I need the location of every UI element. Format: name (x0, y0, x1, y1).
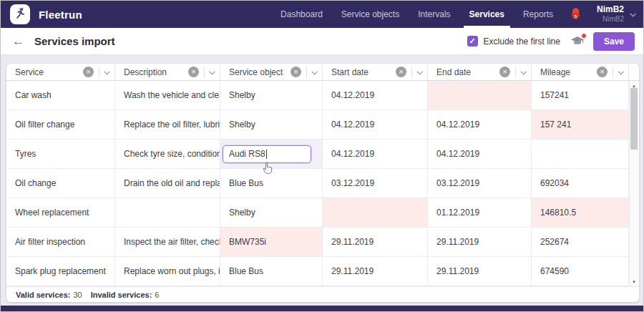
cell-mileage[interactable]: 146810.5 (532, 198, 629, 227)
cell-mileage[interactable]: 674590 (532, 257, 629, 286)
import-table-card: Service × Description × Service object ×… (6, 64, 639, 302)
column-header-service: Service × (6, 64, 115, 80)
clear-column-icon[interactable]: × (291, 67, 301, 77)
user-name: NimB2 (597, 5, 624, 15)
cell-service[interactable]: Air filter inspection (6, 228, 115, 256)
column-header-start-date: Start date × (323, 64, 428, 80)
scrollbar-thumb[interactable] (630, 88, 638, 150)
cell-service-object[interactable]: Shelby (220, 110, 323, 139)
column-header-end-date: End date × (428, 64, 532, 80)
app-logo[interactable] (10, 4, 30, 24)
cell-mileage[interactable] (532, 140, 629, 168)
cell-service[interactable]: Wheel replacement (6, 198, 115, 227)
cell-start-date[interactable]: 04.12.2019 (323, 140, 428, 168)
cell-description[interactable] (115, 198, 220, 227)
page-title: Services import (34, 35, 115, 47)
vertical-scrollbar[interactable]: ▲ ▼ (629, 82, 638, 286)
cell-service[interactable]: Car wash (6, 81, 115, 109)
runner-icon (14, 7, 26, 22)
column-dropdown-icon[interactable] (618, 69, 623, 74)
cell-end-date[interactable]: 29.11.2019 (428, 257, 532, 286)
cell-start-date[interactable]: 03.12.2019 (323, 169, 428, 198)
cell-description[interactable]: Wash the vehicle and clean th... (115, 81, 220, 109)
cell-start-date[interactable]: 04.12.2019 (323, 81, 428, 109)
clear-column-icon[interactable]: × (396, 67, 406, 77)
table-header-row: Service × Description × Service object ×… (6, 64, 639, 81)
cell-mileage[interactable]: 692034 (532, 169, 629, 198)
column-dropdown-icon[interactable] (520, 69, 526, 74)
column-dropdown-icon[interactable] (209, 69, 215, 74)
cell-mileage[interactable]: 252674 (532, 228, 629, 256)
notification-count-badge: 5 (572, 13, 579, 19)
nav-item-intervals[interactable]: Intervals (409, 1, 459, 28)
app-title: Fleetrun (39, 9, 82, 21)
user-menu[interactable]: NimB2 NimB2 (597, 5, 635, 23)
column-dropdown-icon[interactable] (416, 69, 422, 74)
cell-service-object[interactable]: Shelby (220, 198, 323, 227)
exclude-first-line-checkbox[interactable]: ✓ (467, 36, 478, 47)
cell-end-date[interactable] (428, 81, 532, 109)
cell-service-object[interactable]: Shelby (220, 81, 323, 109)
table-row: Oil filter change Replace the oil filter… (6, 110, 639, 140)
column-dropdown-icon[interactable] (104, 69, 109, 74)
nav-item-service-objects[interactable]: Service objects (332, 1, 409, 28)
cell-description[interactable]: Replace worn out plugs, inspe... (115, 257, 220, 286)
table-row: Spark plug replacement Replace worn out … (6, 257, 639, 286)
cell-description[interactable]: Drain the old oil and replace it ... (115, 169, 220, 198)
text-caret (266, 150, 267, 159)
valid-services-value: 30 (73, 291, 82, 299)
cell-edit-input[interactable]: Audi RS8 (223, 145, 311, 163)
cell-description[interactable]: Check tyre size, condition, pre... (115, 140, 220, 168)
invalid-services-label: Invalid services: (91, 291, 152, 299)
cell-service-object[interactable]: Blue Bus (220, 169, 323, 198)
hints-alert-dot (582, 34, 586, 38)
cell-service[interactable]: Oil change (6, 169, 115, 198)
exclude-first-line-label: Exclude the first line (484, 36, 560, 47)
clear-column-icon[interactable]: × (188, 67, 199, 77)
cell-description[interactable]: Inspect the air filter, check the ... (115, 228, 220, 256)
table-row: Tyres Check tyre size, condition, pre...… (6, 140, 639, 169)
table-row: Wheel replacement Shelby 01.12.2019 1468… (6, 198, 639, 228)
cell-start-date[interactable]: 04.12.2019 (323, 110, 428, 139)
cell-start-date[interactable] (323, 198, 428, 227)
cell-start-date[interactable]: 29.11.2019 (323, 257, 428, 286)
column-header-service-object: Service object × (220, 64, 323, 80)
clear-column-icon[interactable]: × (83, 67, 94, 77)
invalid-services-value: 6 (155, 291, 159, 299)
clear-column-icon[interactable]: × (499, 67, 510, 77)
nav-item-services[interactable]: Services (460, 1, 514, 28)
top-navbar: Fleetrun Dashboard Service objects Inter… (1, 1, 643, 28)
cell-mileage[interactable]: 157 241 (532, 110, 629, 139)
clear-column-icon[interactable]: × (597, 67, 608, 77)
cell-end-date[interactable]: 04.12.2019 (428, 140, 532, 168)
cell-description[interactable]: Replace the oil filter, lubricate ... (115, 110, 220, 139)
column-header-mileage: Mileage × (532, 64, 629, 80)
user-account: NimB2 (597, 15, 624, 24)
notifications-bell-icon[interactable]: 5 (570, 7, 582, 21)
cell-service-object[interactable]: BMW735i (220, 228, 323, 256)
cell-end-date[interactable]: 04.12.2019 (428, 110, 532, 139)
bottom-app-strip (1, 306, 643, 311)
nav-item-dashboard[interactable]: Dashboard (271, 1, 332, 28)
cell-end-date[interactable]: 03.12.2019 (428, 169, 532, 198)
cell-end-date[interactable]: 29.11.2019 (428, 228, 532, 256)
cell-service-object[interactable]: Blue Bus (220, 257, 323, 286)
scroll-down-icon[interactable]: ▼ (630, 278, 638, 286)
back-button[interactable]: ← (12, 35, 24, 47)
cell-service[interactable]: Spark plug replacement (6, 257, 115, 286)
nav-item-reports[interactable]: Reports (514, 1, 562, 28)
cell-mileage[interactable]: 157241 (532, 81, 629, 109)
cell-start-date[interactable]: 29.11.2019 (323, 228, 428, 256)
column-dropdown-icon[interactable] (311, 69, 317, 74)
cell-edit-value: Audi RS8 (229, 149, 265, 159)
column-header-description: Description × (115, 64, 220, 80)
hints-graduation-cap-icon[interactable] (570, 36, 585, 47)
status-bar: Valid services: 30 Invalid services: 6 (6, 286, 639, 302)
save-button[interactable]: Save (593, 32, 635, 51)
cell-end-date[interactable]: 01.12.2019 (428, 198, 532, 227)
cell-service-object-editing[interactable]: Audi RS8 (220, 140, 323, 168)
chevron-down-icon (630, 11, 635, 16)
cell-service[interactable]: Tyres (6, 140, 115, 168)
cell-service[interactable]: Oil filter change (6, 110, 115, 139)
table-row: Air filter inspection Inspect the air fi… (6, 228, 639, 257)
